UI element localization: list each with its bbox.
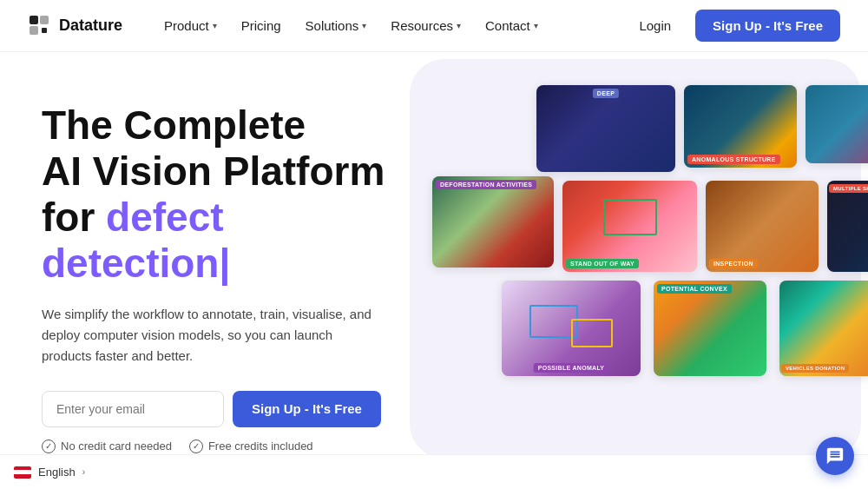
label-anomalous: ANOMALOUS STRUCTURE	[687, 155, 780, 164]
nav-right: Login Sign Up - It's Free	[628, 10, 840, 42]
hero-subtitle: We simplify the workflow to annotate, tr…	[42, 304, 372, 367]
check-circle-icon-2: ✓	[189, 439, 203, 453]
tile-vehicles: VEHICLES DONATION	[779, 281, 868, 376]
tile-inspection: INSPECTION	[706, 181, 819, 272]
nav-pricing[interactable]: Pricing	[231, 13, 292, 38]
nav-solutions[interactable]: Solutions ▾	[295, 13, 378, 38]
logo[interactable]: Datature	[28, 14, 122, 38]
label-ships: MULTIPLE SHIPS DETECTED BY PORT C	[829, 184, 868, 193]
hero-title: The Complete AI Vision Platform for defe…	[42, 102, 415, 287]
label-deep: DEEP	[593, 89, 619, 98]
label-deforestation: DEFORESTATION ACTIVITIES	[436, 180, 536, 189]
image-grid: DEEP ANOMALOUS STRUCTURE DEFORESTATION A…	[432, 76, 868, 459]
hero-left: The Complete AI Vision Platform for defe…	[42, 94, 415, 489]
logo-text: Datature	[59, 17, 122, 35]
tile-deep: DEEP	[536, 85, 675, 172]
tile-anomalous: ANOMALOUS STRUCTURE	[684, 85, 797, 168]
svg-rect-2	[30, 26, 38, 35]
no-credit-card-badge: ✓ No credit card needed	[42, 439, 172, 453]
product-chevron-icon: ▾	[213, 21, 217, 30]
email-row: Sign Up - It's Free	[42, 391, 415, 427]
language-chevron-icon[interactable]: ›	[82, 467, 85, 477]
label-potential-convex: POTENTIAL CONVEX	[657, 284, 732, 294]
tile-multiple-ships: MULTIPLE SHIPS DETECTED BY PORT C	[827, 181, 868, 272]
solutions-chevron-icon: ▾	[362, 21, 366, 30]
bottom-bar: English ›	[0, 454, 868, 489]
contact-chevron-icon: ▾	[534, 21, 538, 30]
login-button[interactable]: Login	[628, 13, 681, 38]
svg-rect-3	[42, 28, 47, 33]
label-stand-out: STAND OUT OF WAY	[566, 259, 639, 268]
main-content: The Complete AI Vision Platform for defe…	[0, 52, 868, 489]
nav-links: Product ▾ Pricing Solutions ▾ Resources …	[154, 13, 628, 38]
nav-resources[interactable]: Resources ▾	[380, 13, 471, 38]
nav-product[interactable]: Product ▾	[154, 13, 227, 38]
resources-chevron-icon: ▾	[457, 21, 461, 30]
svg-rect-1	[40, 16, 49, 24]
tile-stand-out: STAND OUT OF WAY	[562, 181, 697, 272]
tile-ocean	[806, 85, 868, 163]
free-credits-badge: ✓ Free credits included	[189, 439, 313, 453]
language-label[interactable]: English	[38, 466, 76, 479]
email-input[interactable]	[42, 391, 224, 427]
nav-signup-button[interactable]: Sign Up - It's Free	[695, 10, 840, 42]
tile-possible-anomaly: POSSIBLE ANOMALY	[502, 281, 641, 376]
nav-contact[interactable]: Contact ▾	[475, 13, 549, 38]
svg-rect-0	[30, 16, 38, 24]
navbar: Datature Product ▾ Pricing Solutions ▾ R…	[0, 0, 868, 52]
flag-icon	[14, 466, 31, 479]
badges-row: ✓ No credit card needed ✓ Free credits i…	[42, 439, 415, 453]
tile-defects: POTENTIAL CONVEX	[654, 281, 766, 376]
label-possible-anomaly: POSSIBLE ANOMALY	[534, 363, 609, 373]
tile-deforestation: DEFORESTATION ACTIVITIES	[432, 176, 554, 268]
label-vehicles: VEHICLES DONATION	[781, 364, 849, 373]
hero-signup-button[interactable]: Sign Up - It's Free	[233, 391, 381, 427]
chat-button[interactable]	[816, 437, 854, 475]
hero-right: DEEP ANOMALOUS STRUCTURE DEFORESTATION A…	[415, 76, 826, 489]
label-inspection: INSPECTION	[709, 259, 758, 268]
check-circle-icon: ✓	[42, 439, 56, 453]
